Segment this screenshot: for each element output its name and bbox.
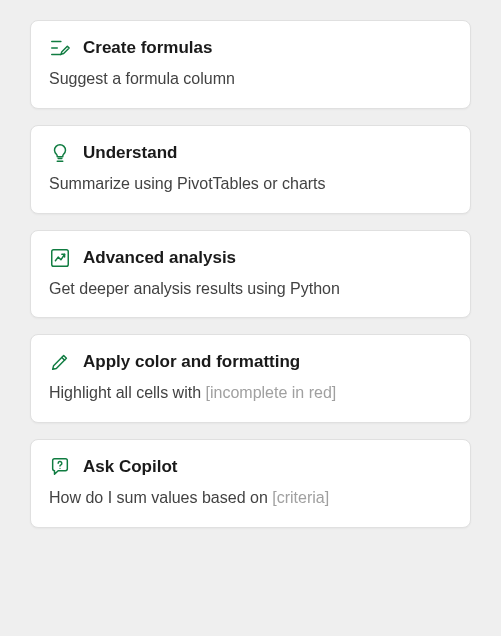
- card-create-formulas[interactable]: Create formulas Suggest a formula column: [30, 20, 471, 109]
- card-title: Understand: [83, 143, 177, 163]
- card-ask-copilot[interactable]: Ask Copilot How do I sum values based on…: [30, 439, 471, 528]
- card-title: Create formulas: [83, 38, 212, 58]
- card-understand[interactable]: Understand Summarize using PivotTables o…: [30, 125, 471, 214]
- lightbulb-icon: [49, 142, 71, 164]
- card-desc: Get deeper analysis results using Python: [49, 279, 452, 300]
- card-title: Ask Copilot: [83, 457, 177, 477]
- card-title: Apply color and formatting: [83, 352, 300, 372]
- svg-point-1: [59, 468, 60, 469]
- trend-icon: [49, 247, 71, 269]
- card-header: Ask Copilot: [49, 456, 452, 478]
- card-desc: Suggest a formula column: [49, 69, 452, 90]
- card-header: Advanced analysis: [49, 247, 452, 269]
- card-desc: How do I sum values based on [criteria]: [49, 488, 452, 509]
- formula-pen-icon: [49, 37, 71, 59]
- card-header: Apply color and formatting: [49, 351, 452, 373]
- pencil-icon: [49, 351, 71, 373]
- card-header: Understand: [49, 142, 452, 164]
- card-desc: Summarize using PivotTables or charts: [49, 174, 452, 195]
- card-apply-formatting[interactable]: Apply color and formatting Highlight all…: [30, 334, 471, 423]
- card-header: Create formulas: [49, 37, 452, 59]
- suggestion-list: Create formulas Suggest a formula column…: [0, 0, 501, 548]
- chat-question-icon: [49, 456, 71, 478]
- card-advanced-analysis[interactable]: Advanced analysis Get deeper analysis re…: [30, 230, 471, 319]
- card-desc: Highlight all cells with [incomplete in …: [49, 383, 452, 404]
- card-title: Advanced analysis: [83, 248, 236, 268]
